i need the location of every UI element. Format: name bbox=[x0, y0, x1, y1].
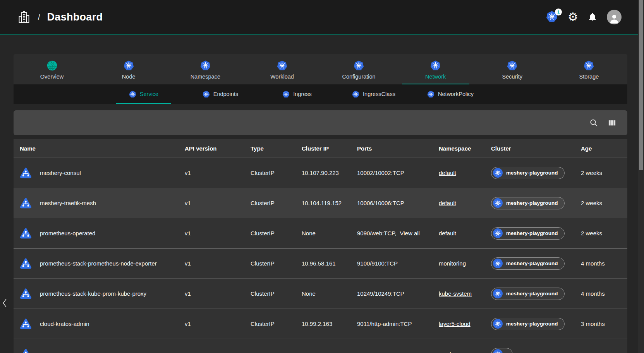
cluster-cell: meshery-playground bbox=[485, 288, 575, 300]
search-icon[interactable] bbox=[589, 118, 598, 127]
breadcrumb-separator: / bbox=[38, 13, 40, 22]
kubernetes-icon bbox=[507, 60, 517, 71]
cluster-ip-cell: 10.104.119.152 bbox=[295, 200, 351, 206]
cluster-chip[interactable]: meshery-playground bbox=[491, 167, 565, 179]
service-icon bbox=[19, 166, 33, 180]
kubernetes-icon bbox=[493, 319, 503, 329]
cluster-ip-cell: None bbox=[295, 230, 351, 236]
table-row[interactable]: prometheus-stack-prometheus-node-exporte… bbox=[14, 248, 627, 278]
subtab-ingressclass[interactable]: IngressClass bbox=[335, 84, 412, 104]
type-cell: ClusterIP bbox=[244, 200, 295, 206]
type-cell: ClusterIP bbox=[244, 320, 295, 327]
service-name-cell: prometheus-stack-kube-prom-kube-proxy bbox=[14, 287, 179, 300]
tab-node[interactable]: Node bbox=[90, 54, 167, 84]
tab-workload[interactable]: Workload bbox=[244, 54, 320, 84]
view-columns-icon[interactable] bbox=[608, 118, 617, 127]
table-toolbar bbox=[14, 110, 627, 135]
column-header-cluster[interactable]: Cluster bbox=[485, 145, 575, 152]
building-icon[interactable] bbox=[18, 10, 30, 24]
context-count-badge: 1 bbox=[555, 9, 562, 15]
column-header-cluster-ip[interactable]: Cluster IP bbox=[295, 145, 351, 152]
scrollbar-thumb[interactable] bbox=[639, 0, 643, 170]
table-row[interactable]: meshery-traefik-mesh v1 ClusterIP 10.104… bbox=[14, 188, 627, 218]
accent-divider bbox=[0, 34, 644, 35]
column-header-api-version[interactable]: API version bbox=[179, 145, 244, 152]
cluster-cell: meshery-playground bbox=[485, 197, 575, 209]
cluster-chip[interactable]: meshery-playground bbox=[491, 318, 565, 330]
subtab-service[interactable]: Service bbox=[105, 84, 182, 104]
cluster-chip[interactable]: meshery-playground bbox=[491, 197, 565, 209]
namespace-cell: default bbox=[433, 170, 485, 176]
namespace-link[interactable]: default bbox=[439, 230, 456, 236]
service-icon bbox=[19, 317, 33, 331]
namespace-cell: meshery- bbox=[433, 351, 485, 353]
network-subtabbar: Service Endpoints Ingress IngressClass N… bbox=[14, 84, 627, 104]
cluster-ip-cell: 10.99.2.163 bbox=[295, 320, 351, 327]
tab-security[interactable]: Security bbox=[474, 54, 551, 84]
cluster-chip[interactable]: meshery-playground bbox=[491, 288, 565, 300]
kubernetes-context-button[interactable]: 1 bbox=[546, 11, 558, 23]
scrollbar-track[interactable] bbox=[638, 0, 644, 353]
service-name: prometheus-stack-kube-prom-kube-proxy bbox=[40, 290, 146, 297]
table-row[interactable]: meshery- bbox=[14, 339, 627, 353]
user-avatar[interactable] bbox=[607, 10, 622, 24]
ports-cell: 10249/10249:TCP bbox=[351, 290, 433, 297]
cluster-chip[interactable] bbox=[491, 348, 513, 353]
kubernetes-icon bbox=[584, 60, 594, 71]
namespace-link[interactable]: layer5-cloud bbox=[439, 320, 471, 327]
kubernetes-icon bbox=[493, 168, 503, 178]
cluster-cell: meshery-playground bbox=[485, 257, 575, 270]
namespace-link[interactable]: default bbox=[439, 200, 456, 206]
tab-configuration[interactable]: Configuration bbox=[321, 54, 397, 84]
type-cell: ClusterIP bbox=[244, 290, 295, 297]
table-row[interactable]: cloud-kratos-admin v1 ClusterIP 10.99.2.… bbox=[14, 308, 627, 339]
subtab-ingress[interactable]: Ingress bbox=[259, 84, 335, 104]
service-name: meshery-consul bbox=[40, 170, 81, 176]
column-header-namespace[interactable]: Namespace bbox=[433, 145, 485, 152]
column-header-age[interactable]: Age bbox=[575, 145, 627, 152]
settings-gear-icon[interactable]: ⚙ bbox=[568, 11, 578, 23]
cluster-chip[interactable]: meshery-playground bbox=[491, 227, 565, 240]
main-content: Overview Node Namespace Workload Configu… bbox=[14, 54, 627, 353]
namespace-cell: default bbox=[433, 200, 485, 206]
cluster-cell: meshery-playground bbox=[485, 318, 575, 330]
appbar-actions: 1 ⚙ bbox=[546, 10, 627, 24]
namespace-cell: layer5-cloud bbox=[433, 320, 485, 327]
drawer-collapse-chevron-icon[interactable] bbox=[1, 297, 9, 309]
age-cell: 4 months bbox=[575, 260, 627, 267]
ports-cell: 9090/web:TCP,View all bbox=[351, 230, 433, 236]
tab-storage[interactable]: Storage bbox=[551, 54, 627, 84]
subtab-networkpolicy[interactable]: NetworkPolicy bbox=[412, 84, 489, 104]
tab-network[interactable]: Network bbox=[397, 54, 474, 84]
kubernetes-icon bbox=[493, 289, 503, 298]
column-header-ports[interactable]: Ports bbox=[351, 145, 433, 152]
tab-overview[interactable]: Overview bbox=[14, 54, 90, 84]
kubernetes-icon bbox=[493, 198, 503, 208]
kubernetes-icon bbox=[352, 91, 359, 98]
type-cell: ClusterIP bbox=[244, 230, 295, 236]
namespace-link[interactable]: meshery- bbox=[439, 351, 463, 353]
table-row[interactable]: prometheus-operated v1 ClusterIP None 90… bbox=[14, 218, 627, 248]
table-header: Name API version Type Cluster IP Ports N… bbox=[14, 139, 627, 158]
cluster-chip[interactable]: meshery-playground bbox=[491, 257, 565, 270]
service-name: meshery-traefik-mesh bbox=[40, 200, 96, 206]
subtab-endpoints[interactable]: Endpoints bbox=[182, 84, 259, 104]
tab-namespace[interactable]: Namespace bbox=[167, 54, 244, 84]
age-cell: 2 weeks bbox=[575, 170, 627, 176]
namespace-link[interactable]: monitoring bbox=[439, 260, 466, 267]
service-name-cell: meshery-consul bbox=[14, 166, 179, 180]
kubernetes-icon bbox=[124, 60, 134, 71]
person-icon bbox=[608, 13, 620, 24]
kubernetes-icon bbox=[282, 91, 290, 98]
view-all-link[interactable]: View all bbox=[400, 230, 419, 236]
table-row[interactable]: meshery-consul v1 ClusterIP 10.107.90.22… bbox=[14, 158, 627, 188]
service-icon bbox=[19, 227, 33, 240]
service-name: prometheus-stack-prometheus-node-exporte… bbox=[40, 260, 157, 267]
namespace-link[interactable]: default bbox=[439, 170, 456, 176]
namespace-link[interactable]: kube-system bbox=[439, 290, 472, 297]
column-header-name[interactable]: Name bbox=[14, 145, 179, 152]
ports-cell: 9100/9100:TCP bbox=[351, 260, 433, 267]
table-row[interactable]: prometheus-stack-kube-prom-kube-proxy v1… bbox=[14, 278, 627, 308]
column-header-type[interactable]: Type bbox=[244, 145, 295, 152]
notifications-bell-icon[interactable] bbox=[587, 12, 598, 22]
